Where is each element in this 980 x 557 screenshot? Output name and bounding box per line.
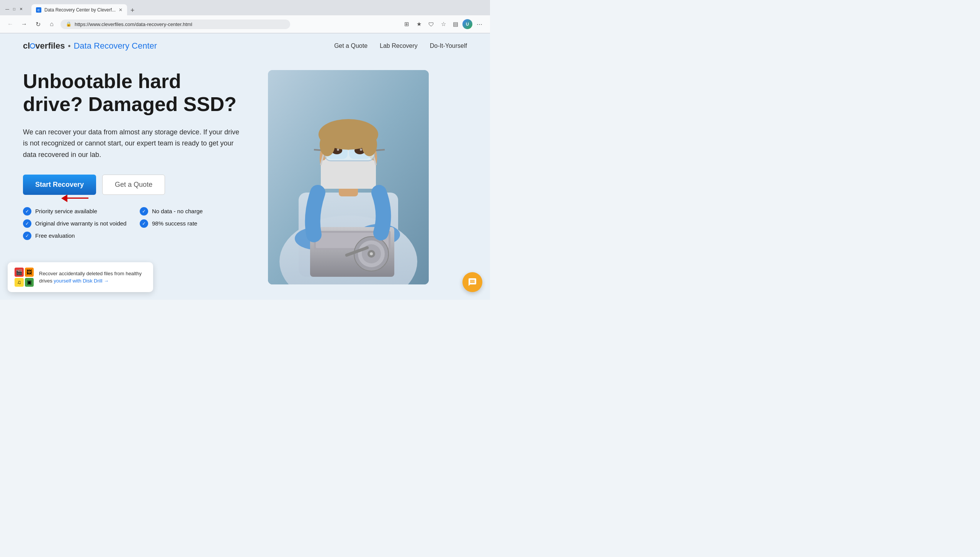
close-button[interactable]: ✕ (18, 6, 24, 11)
active-tab[interactable]: C Data Recovery Center by Cleverf... ✕ (31, 4, 127, 16)
feature-warranty: ✓ Original drive warranty is not voided (23, 219, 128, 228)
feature-label-3: Original drive warranty is not voided (35, 220, 126, 227)
forward-button[interactable]: → (19, 19, 29, 29)
arrow-line (67, 198, 88, 199)
maximize-button[interactable]: □ (11, 6, 17, 11)
extensions-icon[interactable]: ⊞ (401, 19, 412, 29)
tab-bar: C Data Recovery Center by Cleverf... ✕ + (28, 2, 141, 16)
feature-free-eval: ✓ Free evaluation (23, 232, 128, 240)
hero-content: Unbootable hard drive? Damaged SSD? We c… (23, 70, 245, 240)
arrow-head-icon (61, 194, 67, 202)
more-menu-icon[interactable]: ⋯ (474, 19, 485, 29)
svg-point-31 (362, 133, 377, 156)
shield-icon[interactable]: 🛡 (426, 19, 436, 29)
minimize-button[interactable]: — (5, 6, 10, 11)
hero-heading: Unbootable hard drive? Damaged SSD? (23, 70, 245, 116)
chat-widget[interactable] (462, 272, 482, 292)
notif-icon-green: ▣ (25, 278, 34, 287)
new-tab-button[interactable]: + (127, 5, 138, 16)
star-icon[interactable]: ☆ (438, 19, 449, 29)
arrow-indicator (61, 194, 88, 202)
site-header: clverfiles • Data Recovery Center Get a … (0, 33, 490, 59)
site-tagline: Data Recovery Center (74, 41, 157, 51)
logo-area: clverfiles • Data Recovery Center (23, 41, 157, 51)
notif-icon-yellow: ♫ (15, 278, 24, 287)
notif-icon-red: 🎬 (15, 268, 24, 277)
back-button[interactable]: ← (5, 19, 15, 29)
notif-app-icons: 🎬 🖼 ♫ ▣ (15, 268, 34, 287)
tab-close-icon[interactable]: ✕ (119, 7, 122, 13)
nav-get-quote[interactable]: Get a Quote (334, 42, 368, 49)
home-button[interactable]: ⌂ (47, 19, 57, 29)
nav-do-it-yourself[interactable]: Do-It-Yourself (430, 42, 467, 49)
check-icon-2: ✓ (140, 207, 148, 216)
svg-point-12 (370, 252, 373, 255)
svg-rect-17 (321, 160, 376, 189)
feature-priority: ✓ Priority service available (23, 207, 128, 216)
logo-text: clverfiles (23, 41, 65, 51)
tab-favicon: C (36, 7, 41, 13)
refresh-button[interactable]: ↻ (33, 19, 43, 29)
window-controls: — □ ✕ (5, 6, 24, 11)
logo-separator: • (68, 42, 70, 51)
check-icon-4: ✓ (140, 219, 148, 228)
notification-text: Recover accidentally deleted files from … (39, 270, 146, 285)
url-text: https://www.cleverfiles.com/data-recover… (75, 21, 192, 27)
chat-icon (468, 278, 477, 287)
tab-title: Data Recovery Center by Cleverf... (44, 7, 116, 13)
notification-link[interactable]: yourself with Disk Drill → (54, 278, 109, 284)
check-icon-5: ✓ (23, 232, 31, 240)
scientist-illustration (268, 70, 429, 284)
check-icon-1: ✓ (23, 207, 31, 216)
browser-chrome: — □ ✕ C Data Recovery Center by Cleverf.… (0, 0, 490, 33)
features-list: ✓ Priority service available ✓ No data -… (23, 207, 245, 240)
collections-icon[interactable]: ▤ (450, 19, 461, 29)
get-quote-button[interactable]: Get a Quote (102, 175, 165, 195)
bottom-notification: 🎬 🖼 ♫ ▣ Recover accidentally deleted fil… (8, 262, 153, 292)
hero-body: We can recover your data from almost any… (23, 127, 245, 161)
toolbar-icons: ⊞ ★ 🛡 ☆ ▤ U ⋯ (401, 19, 485, 29)
start-recovery-button[interactable]: Start Recovery (23, 175, 96, 195)
address-bar: ← → ↻ ⌂ 🔒 https://www.cleverfiles.com/da… (0, 15, 490, 33)
feature-label-5: Free evaluation (35, 232, 75, 239)
hero-buttons: Start Recovery Get a Quote (23, 175, 245, 195)
website-content: clverfiles • Data Recovery Center Get a … (0, 33, 490, 300)
svg-point-30 (320, 133, 335, 156)
url-bar[interactable]: 🔒 https://www.cleverfiles.com/data-recov… (60, 20, 290, 29)
favorites-icon[interactable]: ★ (413, 19, 424, 29)
nav-lab-recovery[interactable]: Lab Recovery (380, 42, 418, 49)
check-icon-3: ✓ (23, 219, 31, 228)
profile-avatar[interactable]: U (462, 19, 472, 29)
title-bar: — □ ✕ C Data Recovery Center by Cleverf.… (0, 0, 490, 15)
feature-label-4: 98% success rate (152, 220, 197, 227)
hero-image (268, 70, 429, 284)
feature-success-rate: ✓ 98% success rate (140, 219, 245, 228)
feature-no-data: ✓ No data - no charge (140, 207, 245, 216)
feature-label-1: Priority service available (35, 208, 97, 214)
feature-label-2: No data - no charge (152, 208, 203, 214)
lock-icon: 🔒 (66, 21, 72, 27)
logo-o (30, 43, 35, 49)
svg-point-28 (360, 149, 362, 151)
site-nav: Get a Quote Lab Recovery Do-It-Yourself (334, 42, 467, 49)
notif-icon-orange: 🖼 (25, 268, 34, 277)
